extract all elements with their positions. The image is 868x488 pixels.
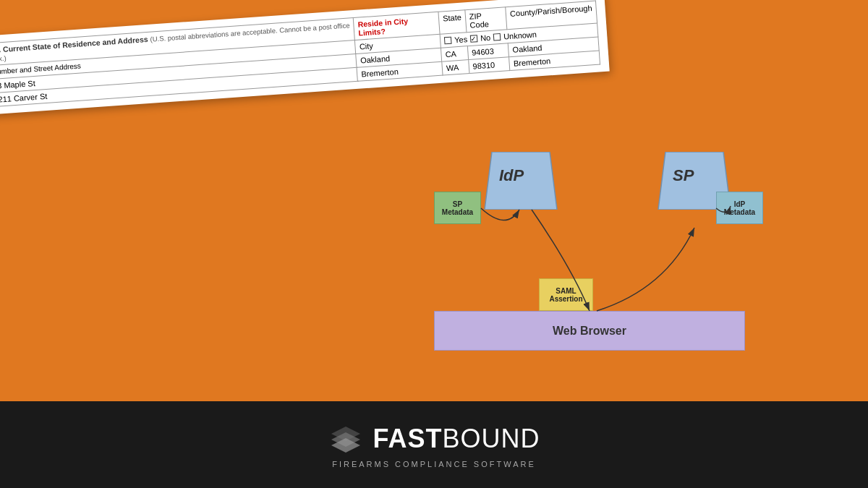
yes-label: Yes — [454, 35, 468, 44]
address-table: 10. Current State of Residence and Addre… — [0, 1, 600, 108]
sp-metadata-box: SP Metadata — [434, 192, 481, 224]
logo-text: FAST BOUND — [373, 424, 540, 454]
idp-label: IdP — [499, 166, 524, 185]
footer-bar: FAST BOUND FIREARMS COMPLIANCE SOFTWARE — [0, 401, 868, 488]
section-title: 10. Current State of Residence and Addre… — [0, 35, 148, 54]
fastbound-logo-icon — [328, 421, 364, 457]
logo-container: FAST BOUND FIREARMS COMPLIANCE SOFTWARE — [328, 421, 540, 468]
unknown-label: Unknown — [503, 30, 537, 40]
idp-metadata-box: IdP Metadata — [716, 192, 763, 224]
no-checkbox[interactable] — [470, 35, 478, 43]
state-2: WA — [442, 60, 469, 76]
saml-assertion-box: SAML Assertion — [539, 278, 593, 311]
web-browser-box: Web Browser — [434, 311, 745, 351]
logo-bound: BOUND — [443, 424, 540, 454]
zip-2: 98310 — [468, 57, 510, 74]
logo-fast: FAST — [373, 424, 442, 454]
state-1: CA — [441, 46, 468, 62]
unknown-checkbox[interactable] — [493, 33, 501, 41]
logo-tagline: FIREARMS COMPLIANCE SOFTWARE — [332, 460, 536, 468]
yes-checkbox[interactable] — [444, 37, 452, 45]
document-card: 10. Current State of Residence and Addre… — [0, 0, 610, 115]
logo-row: FAST BOUND — [328, 421, 540, 457]
state-header: State — [438, 10, 467, 34]
zip-header: ZIP Code — [465, 7, 508, 33]
no-label: No — [480, 33, 491, 43]
sp-label: SP — [673, 166, 694, 185]
main-area: 10. Current State of Residence and Addre… — [0, 0, 868, 401]
saml-diagram: IdP SP SP Metadata IdP Metadata SAML Ass… — [412, 152, 788, 383]
